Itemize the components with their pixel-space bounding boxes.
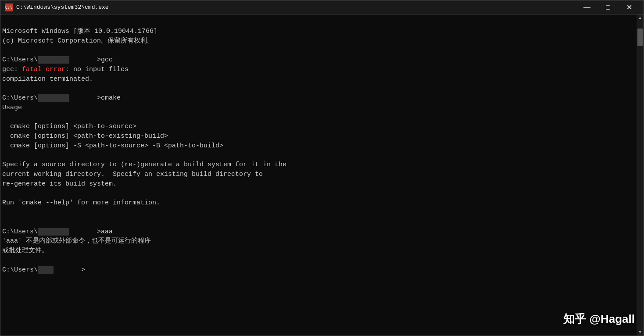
- window-icon: C:\: [5, 4, 13, 11]
- scroll-up-arrow[interactable]: ▲: [637, 14, 644, 21]
- scrollbar[interactable]: ▲ ▼: [637, 14, 644, 336]
- terminal-content: Microsoft Windows [版本 10.0.19044.1766] (…: [2, 17, 642, 284]
- terminal-body[interactable]: Microsoft Windows [版本 10.0.19044.1766] (…: [0, 14, 644, 336]
- close-button[interactable]: ✕: [619, 1, 639, 14]
- line-1: Microsoft Windows [版本 10.0.19044.1766] (…: [2, 28, 286, 274]
- scrollbar-thumb[interactable]: [637, 29, 643, 46]
- title-bar: C:\ C:\Windows\system32\cmd.exe — □ ✕: [0, 0, 644, 14]
- scroll-down-arrow[interactable]: ▼: [637, 329, 644, 336]
- maximize-button[interactable]: □: [598, 1, 618, 14]
- cmd-window: C:\ C:\Windows\system32\cmd.exe — □ ✕ Mi…: [0, 0, 644, 336]
- watermark: 知乎 @Hagall: [563, 311, 635, 328]
- terminal-wrapper: Microsoft Windows [版本 10.0.19044.1766] (…: [0, 14, 644, 336]
- minimize-button[interactable]: —: [577, 1, 597, 14]
- window-title: C:\Windows\system32\cmd.exe: [16, 4, 577, 11]
- window-controls: — □ ✕: [577, 1, 639, 14]
